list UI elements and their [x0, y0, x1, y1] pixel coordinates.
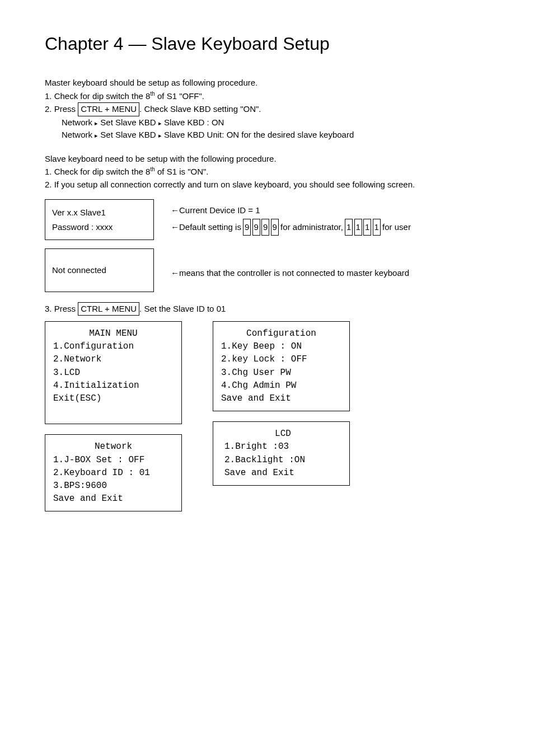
- menu-item: 4.Chg Admin PW: [221, 379, 341, 392]
- desc-text: Default setting is: [179, 222, 243, 232]
- menu-item: 3.LCD: [53, 367, 174, 379]
- path-text: Slave KBD Unit: ON for the desired slave…: [162, 130, 354, 139]
- step-text: 2. Press: [45, 104, 78, 114]
- intro-line: Master keyboard should be setup as follo…: [45, 77, 489, 90]
- menu-item: 2.Backlight :ON: [224, 454, 341, 467]
- digit-1: 1: [363, 219, 371, 236]
- digit-9: 9: [252, 219, 260, 236]
- step-text: 1. Check for dip switch the 8: [45, 167, 150, 176]
- step-text: . Set the Slave ID to 01: [139, 304, 226, 313]
- network-path-2: Network ▸ Set Slave KBD ▸ Slave KBD Unit…: [45, 129, 489, 142]
- menu-title: Network: [53, 440, 174, 453]
- chapter-title: Chapter 4 — Slave Keyboard Setup: [45, 34, 489, 54]
- intro-line: Slave keyboard need to be setup with the…: [45, 153, 489, 166]
- menu-item: 4.Initialization: [53, 379, 174, 392]
- lcd-screen-2-row: Not connected ←means that the controller…: [45, 248, 489, 292]
- slave-procedure: Slave keyboard need to be setup with the…: [45, 153, 489, 512]
- menu-item: 3.BPS:9600: [53, 480, 174, 492]
- step-text: . Check Slave KBD setting "ON".: [139, 104, 261, 114]
- path-text: Slave KBD : ON: [162, 118, 224, 127]
- digit-9: 9: [271, 219, 279, 236]
- arrow-left-icon: ←: [171, 268, 179, 278]
- arrow-left-icon: ←: [171, 205, 179, 215]
- digit-1: 1: [345, 219, 353, 236]
- lcd-screen-1-row: Ver x.x Slave1 Password : xxxx ←Current …: [45, 199, 489, 240]
- desc-text: means that the controller is not connect…: [179, 268, 409, 278]
- lcd-line: Ver x.x Slave1: [52, 205, 147, 220]
- desc-text: for user: [380, 222, 411, 232]
- menu-title: LCD: [224, 428, 341, 440]
- menu-item: Save and Exit: [53, 492, 174, 505]
- lcd-menu-box: LCD 1.Bright :03 2.Backlight :ON Save an…: [213, 421, 350, 486]
- step-text: of S1 "OFF".: [155, 91, 204, 101]
- step-2-2: 2. If you setup all connection correctly…: [45, 179, 489, 191]
- path-text: Set Slave KBD: [98, 118, 158, 127]
- menu-item: 1.Bright :03: [224, 440, 341, 453]
- superscript-th: th: [150, 91, 154, 97]
- path-text: Network: [62, 130, 95, 139]
- step-2-1: 1. Check for dip switch the 8th of S1 is…: [45, 165, 489, 179]
- key-ctrl-menu: CTRL + MENU: [78, 302, 139, 316]
- key-ctrl-menu: CTRL + MENU: [78, 102, 139, 116]
- lcd-screen-2-desc: ←means that the controller is not connec…: [171, 248, 409, 281]
- step-text: 1. Check for dip switch the 8: [45, 91, 150, 101]
- menu-item: Exit(ESC): [53, 392, 174, 405]
- lcd-line: Password : xxxx: [52, 220, 147, 234]
- step-3: 3. Press CTRL + MENU. Set the Slave ID t…: [45, 302, 489, 316]
- menu-item: 1.J-BOX Set : OFF: [53, 454, 174, 467]
- step-1-2: 2. Press CTRL + MENU. Check Slave KBD se…: [45, 102, 489, 116]
- path-text: Set Slave KBD: [98, 130, 158, 139]
- menu-title: MAIN MENU: [53, 327, 174, 340]
- lcd-screen-1-desc: ←Current Device ID = 1 ←Default setting …: [171, 199, 411, 236]
- desc-text: Current Device ID = 1: [179, 205, 260, 215]
- superscript-th: th: [150, 166, 154, 172]
- menu-item: Save and Exit: [221, 392, 341, 405]
- network-path-1: Network ▸ Set Slave KBD ▸ Slave KBD : ON: [45, 116, 489, 129]
- path-text: Network: [62, 118, 95, 127]
- step-text: 3. Press: [45, 304, 78, 313]
- menu-item-blank: [53, 405, 174, 418]
- digit-9: 9: [261, 219, 269, 236]
- menu-item: 3.Chg User PW: [221, 367, 341, 379]
- menu-item: Save and Exit: [224, 467, 341, 480]
- digit-9: 9: [243, 219, 251, 236]
- step-text: of S1 is "ON".: [155, 167, 209, 176]
- lcd-line: Not connected: [52, 263, 147, 278]
- arrow-left-icon: ←: [171, 222, 179, 232]
- menu-title: Configuration: [221, 327, 341, 340]
- menu-item: 2.Keyboard ID : 01: [53, 467, 174, 480]
- main-menu-box: MAIN MENU 1.Configuration 2.Network 3.LC…: [45, 321, 182, 424]
- menu-item: 1.Configuration: [53, 340, 174, 353]
- desc-text: for administrator,: [278, 222, 345, 232]
- digit-1: 1: [373, 219, 381, 236]
- config-menu-box: Configuration 1.Key Beep : ON 2.key Lock…: [213, 321, 350, 411]
- menu-boxes-row: MAIN MENU 1.Configuration 2.Network 3.LC…: [45, 321, 489, 511]
- lcd-screen-1: Ver x.x Slave1 Password : xxxx: [45, 199, 154, 240]
- master-procedure: Master keyboard should be setup as follo…: [45, 77, 489, 142]
- menu-item: 2.key Lock : OFF: [221, 353, 341, 366]
- lcd-screen-2: Not connected: [45, 248, 154, 292]
- step-1-1: 1. Check for dip switch the 8th of S1 "O…: [45, 90, 489, 103]
- menu-item: 1.Key Beep : ON: [221, 340, 341, 353]
- digit-1: 1: [354, 219, 362, 236]
- menu-item: 2.Network: [53, 353, 174, 366]
- network-menu-box: Network 1.J-BOX Set : OFF 2.Keyboard ID …: [45, 434, 182, 511]
